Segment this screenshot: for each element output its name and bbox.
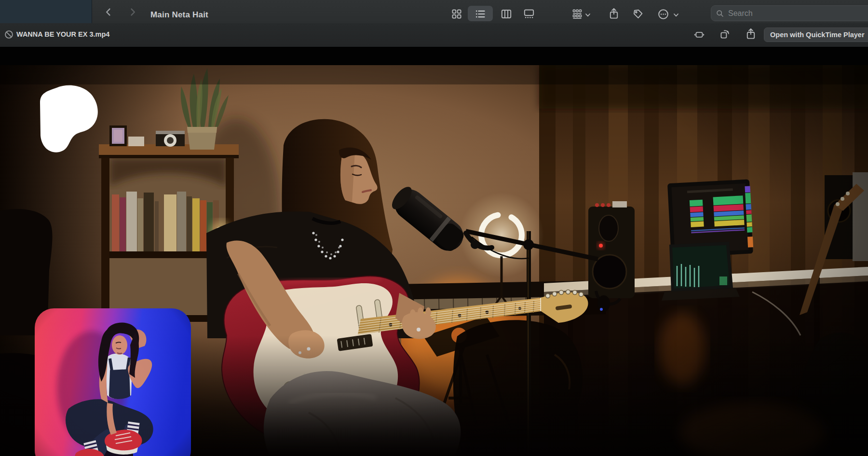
rotate-icon[interactable] xyxy=(719,28,731,40)
video-preview-area xyxy=(0,47,868,456)
open-with-quicktime-button[interactable]: Open with QuickTime Player xyxy=(764,28,868,42)
gallery-view-button[interactable] xyxy=(524,9,534,19)
album-art-thumbnail xyxy=(35,308,191,456)
chevron-down-icon xyxy=(585,13,591,17)
tag-icon[interactable] xyxy=(633,9,643,19)
back-button[interactable] xyxy=(102,7,115,17)
column-view-button[interactable] xyxy=(501,9,512,19)
share-icon[interactable] xyxy=(609,8,619,19)
finder-toolbar: Main Neta Hait xyxy=(0,0,868,24)
forward-button[interactable] xyxy=(126,7,139,17)
prohibition-icon xyxy=(4,30,14,39)
chevron-left-icon xyxy=(104,7,113,17)
album-art-image xyxy=(35,308,191,456)
chevron-down-icon xyxy=(673,13,679,17)
finder-window: Main Neta Hait xyxy=(0,0,868,456)
search-input[interactable] xyxy=(727,9,854,18)
trim-icon[interactable] xyxy=(693,29,705,40)
list-view-button[interactable] xyxy=(475,9,486,19)
window-title: Main Neta Hait xyxy=(150,10,208,20)
icon-view-button[interactable] xyxy=(451,9,462,19)
chevron-right-icon xyxy=(128,7,137,17)
share-icon[interactable] xyxy=(746,28,756,40)
sidebar-stub xyxy=(0,0,92,23)
quicklook-filename: WANNA BE YOUR EX 3.mp4 xyxy=(16,30,109,38)
search-icon xyxy=(716,10,724,17)
search-field[interactable] xyxy=(711,5,868,21)
quicklook-bar: WANNA BE YOUR EX 3.mp4 Open with QuickTi… xyxy=(0,23,868,47)
group-by-button[interactable] xyxy=(572,9,583,19)
more-options-button[interactable] xyxy=(658,9,669,20)
patreon-logo xyxy=(36,84,101,152)
